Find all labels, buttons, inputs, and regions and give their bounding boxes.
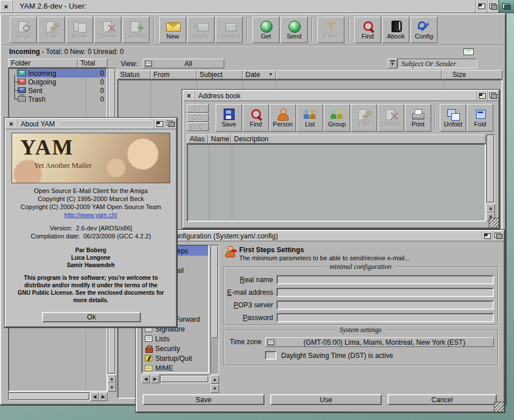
abook-person-button[interactable]: Person: [270, 104, 296, 132]
scrollbar-knob[interactable]: [161, 376, 208, 382]
yam-website-link[interactable]: http://www.yam.ch/: [64, 211, 117, 218]
scrollbar-trough[interactable]: [8, 392, 90, 401]
about-titlebar[interactable]: × About YAM: [6, 119, 176, 129]
pop3-server-field[interactable]: [277, 300, 494, 310]
scroll-right-button[interactable]: ▶: [99, 392, 108, 401]
window-close-gadget[interactable]: ×: [183, 91, 195, 101]
from-column-header[interactable]: From: [151, 70, 197, 79]
scroll-up-button[interactable]: ▲: [486, 204, 495, 213]
abook-button[interactable]: Abook: [382, 17, 409, 43]
addressbook-vertical-scrollbar[interactable]: ▲ ▼: [486, 134, 495, 222]
screen-window-depth-gadget[interactable]: [487, 0, 498, 13]
window-zoom-gadget[interactable]: [477, 91, 488, 101]
dst-checkbox[interactable]: [265, 351, 277, 360]
config-pages-horizontal-scrollbar[interactable]: ◀ ▶: [141, 375, 209, 383]
titlebar-drag-area[interactable]: [244, 91, 477, 101]
scroll-left-button[interactable]: ◀: [141, 375, 150, 383]
scrollbar-trough[interactable]: [160, 375, 209, 383]
password-field[interactable]: [277, 313, 494, 322]
titlebar-drag-area[interactable]: [281, 231, 482, 241]
config-use-button[interactable]: Use: [270, 394, 382, 405]
abook-find-button[interactable]: Find: [243, 104, 269, 132]
scroll-right-button[interactable]: ▶: [151, 375, 159, 383]
description-column-header[interactable]: Description: [231, 134, 486, 144]
scrollbar-knob[interactable]: [488, 136, 494, 202]
date-column-header[interactable]: Date▼: [243, 70, 276, 79]
scrollbar-trough[interactable]: [210, 245, 219, 375]
abook-unfold-button[interactable]: Unfold: [440, 104, 466, 132]
read-button[interactable]: Read: [10, 17, 37, 43]
folder-column-header[interactable]: Folder: [8, 59, 78, 68]
name-column-header[interactable]: Name: [208, 134, 231, 144]
window-depth-gadget[interactable]: [493, 231, 504, 241]
abook-list-button[interactable]: List: [297, 104, 323, 132]
subject-column-header[interactable]: Subject: [197, 70, 243, 79]
config-page-lists[interactable]: Lists: [143, 334, 208, 344]
screen-zoom-gadget[interactable]: [475, 0, 487, 13]
new-button[interactable]: New: [159, 17, 186, 43]
abook-edit-button[interactable]: Edit: [351, 104, 377, 132]
search-input[interactable]: Subject Or Sender: [397, 59, 477, 68]
window-depth-gadget[interactable]: [488, 91, 498, 101]
config-button[interactable]: Config: [411, 17, 438, 43]
abook-print-button[interactable]: Print: [405, 104, 431, 132]
screen-close-gadget[interactable]: ×: [0, 0, 13, 13]
getadd-button[interactable]: GetAdd: [122, 17, 149, 43]
alias-column-header[interactable]: Alias: [187, 134, 208, 144]
config-titlebar[interactable]: × Configuration (System:yam/.config): [137, 231, 504, 241]
scrollbar-trough[interactable]: [486, 134, 495, 203]
config-pages-vertical-scrollbar[interactable]: ▲ ▼: [210, 245, 219, 393]
filter-button[interactable]: Filter: [317, 17, 344, 43]
reply-button[interactable]: ←Reply: [187, 17, 214, 43]
total-column-header[interactable]: Total: [78, 59, 108, 68]
abook-group-button[interactable]: Group: [324, 104, 350, 132]
screen-depth-corner-gadget[interactable]: [498, 0, 514, 13]
scrollbar-knob[interactable]: [9, 394, 89, 400]
real-name-field[interactable]: [277, 275, 494, 284]
window-zoom-gadget[interactable]: [154, 119, 165, 129]
scroll-up-button[interactable]: ▲: [108, 375, 116, 383]
folder-row-incoming[interactable]: Incoming 0: [9, 69, 106, 78]
window-resize-gadget[interactable]: [489, 218, 498, 228]
folder-row-trash[interactable]: Trash 0: [9, 95, 106, 103]
delete-button[interactable]: Delete: [94, 17, 121, 43]
folder-row-outgoing[interactable]: Outgoing 0: [9, 78, 106, 86]
abook-save-button[interactable]: Save: [216, 104, 242, 132]
abook-fold-button[interactable]: Fold: [467, 104, 493, 132]
addressbook-titlebar[interactable]: × Address book: [183, 91, 498, 101]
ok-button[interactable]: Ok: [42, 312, 141, 322]
window-depth-gadget[interactable]: [165, 119, 176, 129]
window-close-gadget[interactable]: ×: [6, 119, 17, 129]
search-criteria-gadget[interactable]: ▼: [388, 59, 397, 68]
addressbook-list-body[interactable]: [187, 144, 486, 222]
size-column-header[interactable]: Size: [442, 70, 503, 79]
cc-button[interactable]: CC:: [187, 113, 209, 122]
email-address-field[interactable]: [277, 288, 494, 297]
abook-delete-button[interactable]: Delete: [378, 104, 404, 132]
forward-button[interactable]: →Forward: [216, 17, 243, 43]
scroll-left-button[interactable]: ◀: [90, 392, 99, 401]
view-filter-select[interactable]: All: [143, 59, 224, 68]
to-button[interactable]: To:: [187, 104, 209, 113]
window-zoom-gadget[interactable]: [482, 231, 493, 241]
titlebar-drag-pattern[interactable]: [60, 121, 152, 127]
send-button[interactable]: ↑Send: [281, 17, 308, 43]
scroll-down-button[interactable]: ▼: [108, 383, 116, 392]
config-page-security[interactable]: Security: [143, 344, 208, 353]
get-button[interactable]: ↓Get: [252, 17, 279, 43]
status-column-header[interactable]: Status: [117, 70, 151, 79]
move-button[interactable]: Move: [66, 17, 93, 43]
find-button[interactable]: Find: [354, 17, 381, 43]
scrollbar-knob[interactable]: [212, 246, 218, 338]
config-cancel-button[interactable]: Cancel: [388, 394, 497, 405]
config-page-startup-quit[interactable]: Startup/Quit: [143, 353, 208, 363]
config-save-button[interactable]: Save: [143, 394, 264, 405]
scroll-up-button[interactable]: ▲: [210, 375, 219, 384]
window-resize-gadget[interactable]: [494, 402, 504, 411]
bcc-button[interactable]: BCC:: [187, 122, 209, 131]
folder-list-horizontal-scrollbar[interactable]: ◀ ▶: [8, 392, 108, 401]
config-page-mime[interactable]: MIME: [143, 363, 208, 373]
time-zone-select[interactable]: (GMT-05:00) Lima, Miami, Montreal, New Y…: [265, 337, 494, 347]
scroll-down-button[interactable]: ▼: [210, 384, 219, 393]
folder-row-sent[interactable]: Sent 0: [9, 86, 106, 95]
